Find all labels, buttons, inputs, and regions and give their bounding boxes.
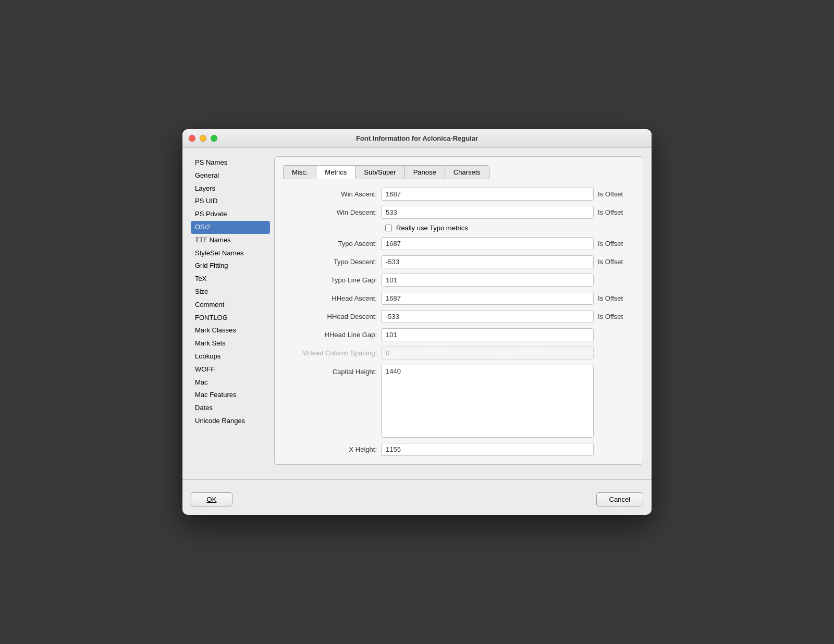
typo-line-gap-row: Typo Line Gap:	[283, 274, 634, 287]
really-use-typo-row: Really use Typo metrics	[385, 224, 634, 232]
sidebar-item-grid-fitting[interactable]: Grid Fitting	[191, 259, 270, 273]
ok-button[interactable]: OK	[191, 492, 232, 506]
tab-sub-super[interactable]: Sub/Super	[355, 165, 404, 179]
x-height-row: X Height:	[283, 443, 634, 456]
sidebar-item-mark-sets[interactable]: Mark Sets	[191, 337, 270, 350]
sidebar-item-mac[interactable]: Mac	[191, 376, 270, 389]
main-panel: Misc. Metrics Sub/Super Panose Charsets …	[274, 156, 643, 465]
sidebar-item-general[interactable]: General	[191, 169, 270, 182]
content-area: PS Names General Layers PS UID PS Privat…	[182, 148, 652, 473]
typo-ascent-input[interactable]	[381, 237, 594, 250]
tab-misc[interactable]: Misc.	[283, 165, 316, 179]
really-use-typo-checkbox[interactable]	[385, 225, 392, 231]
hhead-descent-input[interactable]	[381, 310, 594, 323]
tab-charsets[interactable]: Charsets	[445, 165, 489, 179]
typo-descent-row: Typo Descent: Is Offset	[283, 255, 634, 268]
x-height-input[interactable]	[381, 443, 594, 456]
sidebar-item-mark-classes[interactable]: Mark Classes	[191, 324, 270, 337]
sidebar-item-layers[interactable]: Layers	[191, 182, 270, 195]
x-height-label: X Height:	[283, 445, 377, 453]
sidebar-item-os2[interactable]: OS/2	[191, 221, 270, 234]
really-use-typo-label: Really use Typo metrics	[396, 224, 468, 232]
sidebar-item-ps-names[interactable]: PS Names	[191, 156, 270, 169]
hhead-line-gap-input[interactable]	[381, 328, 594, 341]
sidebar-item-lookups[interactable]: Lookups	[191, 350, 270, 363]
tab-bar: Misc. Metrics Sub/Super Panose Charsets	[283, 165, 634, 179]
tab-panose[interactable]: Panose	[404, 165, 445, 179]
sidebar-item-woff[interactable]: WOFF	[191, 363, 270, 376]
hhead-ascent-label: HHead Ascent:	[283, 294, 377, 302]
typo-descent-suffix: Is Offset	[598, 258, 634, 266]
win-descent-label: Win Descent:	[283, 208, 377, 216]
maximize-button[interactable]	[211, 135, 217, 142]
footer: OK Cancel	[182, 486, 652, 515]
win-ascent-label: Win Ascent:	[283, 190, 377, 198]
typo-line-gap-input[interactable]	[381, 274, 594, 287]
tab-metrics[interactable]: Metrics	[316, 165, 355, 179]
typo-descent-input[interactable]	[381, 255, 594, 268]
hhead-descent-row: HHead Descent: Is Offset	[283, 310, 634, 323]
hhead-line-gap-row: HHead Line Gap:	[283, 328, 634, 341]
win-descent-suffix: Is Offset	[598, 208, 634, 216]
cancel-button[interactable]: Cancel	[596, 492, 643, 506]
typo-line-gap-label: Typo Line Gap:	[283, 276, 377, 284]
win-descent-row: Win Descent: Is Offset	[283, 206, 634, 219]
hhead-ascent-row: HHead Ascent: Is Offset	[283, 292, 634, 305]
sidebar-item-unicode-ranges[interactable]: Unicode Ranges	[191, 415, 270, 428]
sidebar-item-ttf-names[interactable]: TTF Names	[191, 234, 270, 247]
win-ascent-input[interactable]	[381, 188, 594, 201]
typo-descent-label: Typo Descent:	[283, 258, 377, 266]
sidebar-item-ps-uid[interactable]: PS UID	[191, 195, 270, 208]
vhead-column-spacing-row: VHead Column Spacing:	[283, 346, 634, 360]
sidebar-item-ps-private[interactable]: PS Private	[191, 208, 270, 221]
sidebar-item-mac-features[interactable]: Mac Features	[191, 389, 270, 402]
sidebar-item-size[interactable]: Size	[191, 286, 270, 299]
capital-height-row: Capital Height: 1440	[283, 365, 634, 438]
typo-ascent-row: Typo Ascent: Is Offset	[283, 237, 634, 250]
win-descent-input[interactable]	[381, 206, 594, 219]
typo-ascent-label: Typo Ascent:	[283, 240, 377, 247]
vhead-column-spacing-input	[381, 346, 594, 360]
main-window: Font Information for Aclonica-Regular PS…	[182, 129, 652, 515]
hhead-ascent-suffix: Is Offset	[598, 294, 634, 302]
capital-height-textarea[interactable]: 1440	[381, 365, 594, 438]
traffic-lights	[189, 135, 217, 142]
sidebar-item-dates[interactable]: Dates	[191, 402, 270, 415]
win-ascent-suffix: Is Offset	[598, 190, 634, 198]
hhead-descent-suffix: Is Offset	[598, 313, 634, 320]
sidebar-item-fontlog[interactable]: FONTLOG	[191, 312, 270, 325]
minimize-button[interactable]	[200, 135, 206, 142]
typo-ascent-suffix: Is Offset	[598, 240, 634, 247]
titlebar: Font Information for Aclonica-Regular	[182, 129, 652, 148]
hhead-line-gap-label: HHead Line Gap:	[283, 331, 377, 339]
form-area: Win Ascent: Is Offset Win Descent: Is Of…	[283, 188, 634, 456]
window-title: Font Information for Aclonica-Regular	[356, 134, 478, 142]
sidebar-item-styleset-names[interactable]: StyleSet Names	[191, 247, 270, 260]
sidebar-item-comment[interactable]: Comment	[191, 299, 270, 312]
footer-divider	[182, 479, 652, 480]
sidebar-item-tex[interactable]: TeX	[191, 273, 270, 286]
sidebar: PS Names General Layers PS UID PS Privat…	[191, 156, 274, 465]
win-ascent-row: Win Ascent: Is Offset	[283, 188, 634, 201]
hhead-descent-label: HHead Descent:	[283, 313, 377, 320]
capital-height-label: Capital Height:	[283, 368, 377, 376]
hhead-ascent-input[interactable]	[381, 292, 594, 305]
vhead-column-spacing-label: VHead Column Spacing:	[283, 349, 377, 357]
close-button[interactable]	[189, 135, 195, 142]
